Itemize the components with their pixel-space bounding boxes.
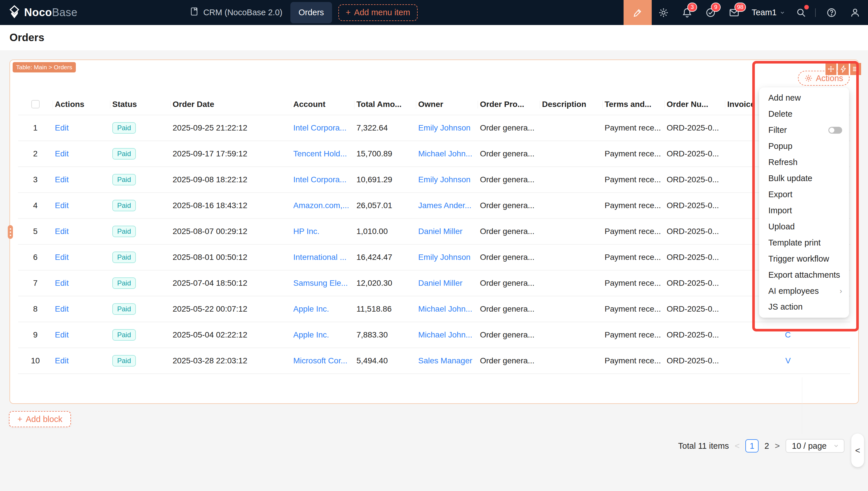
column-header-description[interactable]: Description xyxy=(540,94,602,115)
quick-edit-button[interactable] xyxy=(838,63,849,75)
menu-item-delete[interactable]: Delete xyxy=(759,106,849,122)
account-link[interactable]: International ... xyxy=(293,253,346,262)
status-badge: Paid xyxy=(112,303,136,315)
column-header-order-pro[interactable]: Order Pro... xyxy=(478,94,540,115)
drag-move-button[interactable] xyxy=(826,63,836,75)
account-link[interactable]: Samsung Ele... xyxy=(293,279,348,288)
messages-button[interactable]: 98 xyxy=(729,7,740,18)
block-designer-tag: Table: Main > Orders xyxy=(13,62,76,73)
edit-link[interactable]: Edit xyxy=(55,149,69,158)
edit-link[interactable]: Edit xyxy=(55,305,69,314)
menu-item-add-new[interactable]: Add new xyxy=(759,90,849,106)
menu-item-trigger-workflow[interactable]: Trigger workflow xyxy=(759,251,849,267)
help-button[interactable] xyxy=(826,7,837,18)
status-badge: Paid xyxy=(112,148,136,160)
block-menu-button[interactable] xyxy=(850,63,861,75)
owner-link[interactable]: Sales Manager xyxy=(418,356,472,365)
pagination-page-2[interactable]: 2 xyxy=(764,441,769,451)
cell-terms: Payment rece... xyxy=(602,270,664,296)
account-link[interactable]: Intel Corpora... xyxy=(293,175,346,184)
menu-item-export[interactable]: Export xyxy=(759,186,849,203)
owner-link[interactable]: Daniel Miller xyxy=(418,227,462,236)
account-link[interactable]: HP Inc. xyxy=(293,227,319,236)
menu-item-import[interactable]: Import xyxy=(759,202,849,219)
owner-link[interactable]: James Ander... xyxy=(418,201,471,210)
account-link[interactable]: Apple Inc. xyxy=(293,330,329,340)
select-all-checkbox[interactable] xyxy=(31,100,40,108)
cell-owner: Daniel Miller xyxy=(416,219,478,244)
page-size-select[interactable]: 10 / page xyxy=(785,439,844,453)
owner-link[interactable]: Emily Johnson xyxy=(418,123,470,133)
menu-item-bulk-update[interactable]: Bulk update xyxy=(759,171,849,186)
column-header-order-nu[interactable]: Order Nu... xyxy=(664,94,725,115)
pagination-prev-button[interactable]: < xyxy=(735,441,740,451)
edit-link[interactable]: Edit xyxy=(55,201,69,210)
column-header-account[interactable]: Account xyxy=(291,94,354,115)
column-header-actions[interactable]: Actions xyxy=(53,94,110,115)
add-menu-item-button[interactable]: + Add menu item xyxy=(338,4,417,21)
search-button[interactable] xyxy=(796,7,807,18)
account-link[interactable]: Microsoft Cor... xyxy=(293,356,347,365)
account-link[interactable]: Intel Corpora... xyxy=(293,123,346,133)
account-link[interactable]: Tencent Hold... xyxy=(293,149,347,158)
block-drag-handle[interactable] xyxy=(8,225,13,239)
cell-description xyxy=(540,167,602,192)
column-header-status[interactable]: Status xyxy=(110,94,170,115)
menu-item-upload[interactable]: Upload xyxy=(759,219,849,235)
pagination-page-1[interactable]: 1 xyxy=(745,439,758,453)
user-menu-button[interactable] xyxy=(849,7,861,18)
edit-link[interactable]: Edit xyxy=(55,123,69,133)
edit-link[interactable]: Edit xyxy=(55,227,69,236)
menu-item-ai-employees[interactable]: AI employees› xyxy=(759,283,849,299)
cell-owner: Michael John... xyxy=(416,296,478,322)
menu-item-refresh[interactable]: Refresh xyxy=(759,154,849,171)
table-body: 1EditPaid2025-09-25 21:22:12Intel Corpor… xyxy=(18,115,850,374)
account-link[interactable]: Apple Inc. xyxy=(293,305,329,314)
edit-link[interactable]: Edit xyxy=(55,279,69,288)
menu-item-export-attachments[interactable]: Export attachments xyxy=(759,267,849,283)
owner-link[interactable]: Michael John... xyxy=(418,305,472,314)
cell-number: ORD-2025-0... xyxy=(664,167,725,192)
cell-number: ORD-2025-0... xyxy=(664,322,725,348)
notifications-button[interactable]: 3 xyxy=(682,7,692,18)
menu-item-template-print[interactable]: Template print xyxy=(759,235,849,251)
column-header-order-date[interactable]: Order Date xyxy=(170,94,291,115)
edit-link[interactable]: Edit xyxy=(55,356,69,365)
menu-item-filter[interactable]: Filter xyxy=(759,122,849,138)
edit-link[interactable]: Edit xyxy=(55,253,69,262)
pagination-next-button[interactable]: > xyxy=(775,441,780,451)
column-header-terms-and[interactable]: Terms and... xyxy=(602,94,664,115)
sidebar-collapse-button[interactable]: < xyxy=(851,434,864,467)
owner-link[interactable]: Michael John... xyxy=(418,149,472,158)
owner-link[interactable]: Emily Johnson xyxy=(418,253,470,262)
owner-link[interactable]: Daniel Miller xyxy=(418,279,462,288)
invoice-link[interactable]: V xyxy=(785,356,792,365)
filter-toggle-switch[interactable] xyxy=(828,127,842,134)
invoice-link[interactable]: C xyxy=(785,330,792,340)
status-badge: Paid xyxy=(112,200,136,211)
account-link[interactable]: Amazon.com,... xyxy=(293,201,349,210)
cell-amount: 11,518.86 xyxy=(354,296,416,322)
ui-editor-button[interactable] xyxy=(624,0,652,25)
team-switcher[interactable]: Team1 xyxy=(752,8,785,17)
add-block-button[interactable]: + Add block xyxy=(9,411,71,427)
app-tab-crm[interactable]: CRM (NocoBase 2.0) xyxy=(190,6,283,19)
owner-link[interactable]: Michael John... xyxy=(418,330,472,340)
edit-link[interactable]: Edit xyxy=(55,175,69,184)
cell-action: Edit xyxy=(53,141,110,167)
menu-item-label: AI employees xyxy=(768,286,819,296)
column-header-select[interactable] xyxy=(18,94,53,115)
nav-tab-orders[interactable]: Orders xyxy=(290,2,332,23)
menu-item-js-action[interactable]: JS action xyxy=(759,299,849,315)
tasks-button[interactable]: 9 xyxy=(705,7,716,18)
settings-button[interactable] xyxy=(658,7,669,18)
column-header-owner[interactable]: Owner xyxy=(416,94,478,115)
column-header-total-amo[interactable]: Total Amo... xyxy=(354,94,416,115)
cell-owner: Emily Johnson xyxy=(416,167,478,192)
cell-action: Edit xyxy=(53,322,110,348)
menu-item-popup[interactable]: Popup xyxy=(759,138,849,154)
edit-link[interactable]: Edit xyxy=(55,330,69,340)
nocobase-logo[interactable]: NocoBase xyxy=(9,5,78,20)
owner-link[interactable]: Emily Johnson xyxy=(418,175,470,184)
cell-amount: 1,010.00 xyxy=(354,219,416,244)
